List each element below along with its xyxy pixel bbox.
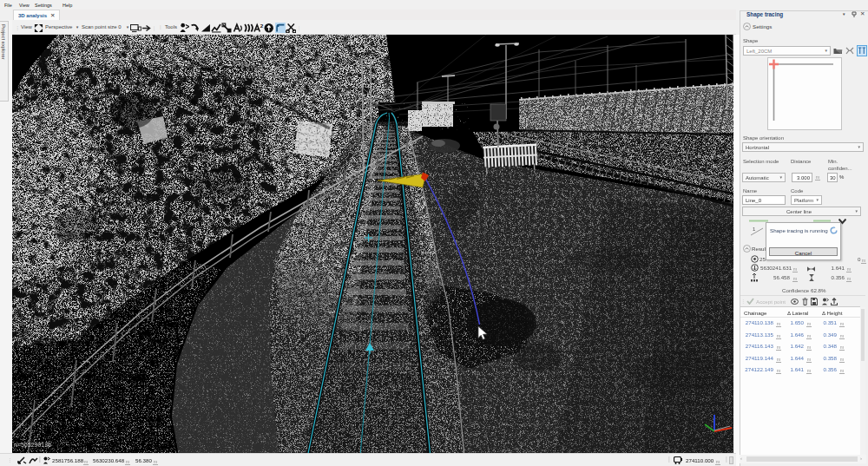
svg-text:2: 2: [260, 23, 264, 29]
svg-text:1: 1: [753, 226, 756, 232]
svg-text:n=505290136: n=505290136: [14, 442, 51, 448]
